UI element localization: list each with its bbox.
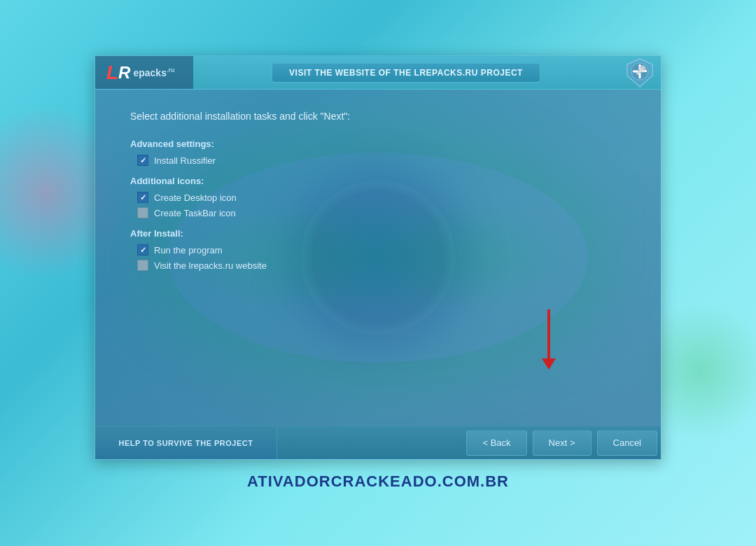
footer-text: ATIVADORCRACKEADO.COM.BR	[247, 472, 509, 491]
checkbox-taskbar-label: Create TaskBar icon	[154, 208, 236, 218]
checkbox-visit-label: Visit the lrepacks.ru website	[154, 260, 267, 271]
checkbox-desktop-label: Create Desktop icon	[154, 192, 237, 203]
checkbox-taskbar-icon[interactable]: Create TaskBar icon	[137, 207, 626, 218]
checkbox-taskbar-box[interactable]	[137, 207, 148, 218]
arrow-shaft	[547, 309, 550, 358]
arrow-head	[542, 358, 556, 370]
checkbox-run-program[interactable]: Run the program	[137, 244, 626, 255]
logo-letter-r: R	[118, 63, 130, 83]
checkbox-install-russifier[interactable]: Install Russifier	[137, 155, 626, 166]
checkbox-visit-website[interactable]: Visit the lrepacks.ru website	[137, 260, 626, 271]
checkbox-run-box[interactable]	[137, 244, 148, 255]
watermark-circle	[301, 181, 455, 335]
website-button[interactable]: VISIT THE WEBSITE OF THE LREPACKS.RU PRO…	[272, 63, 540, 83]
checkbox-desktop-box[interactable]	[137, 192, 148, 203]
arrow-indicator	[542, 309, 556, 370]
help-button[interactable]: HELP TO SURVIVE THE PROJECT	[95, 426, 277, 459]
header-title-area: VISIT THE WEBSITE OF THE LREPACKS.RU PRO…	[193, 63, 619, 83]
instruction-text: Select additional installation tasks and…	[130, 111, 626, 122]
nav-buttons: < Back Next > Cancel	[277, 430, 661, 456]
cancel-button[interactable]: Cancel	[597, 430, 657, 456]
bottom-bar: HELP TO SURVIVE THE PROJECT < Back Next …	[95, 426, 661, 459]
logo-word: epacks.ru	[133, 66, 174, 78]
next-button[interactable]: Next >	[533, 430, 592, 456]
checkbox-russifier-box[interactable]	[137, 155, 148, 166]
header-icon-area	[619, 56, 661, 90]
wrench-shield-icon	[624, 57, 655, 88]
installer-window: L R epacks.ru VISIT THE WEBSITE OF THE L…	[94, 55, 662, 460]
header-bar: L R epacks.ru VISIT THE WEBSITE OF THE L…	[95, 56, 661, 90]
logo-letter-l: L	[106, 62, 118, 84]
checkbox-run-label: Run the program	[154, 245, 223, 255]
checkbox-visit-box[interactable]	[137, 260, 148, 271]
section-label-advanced: Advanced settings:	[130, 139, 626, 149]
section-label-icons: Additional icons:	[130, 176, 626, 186]
main-content: Select additional installation tasks and…	[95, 90, 661, 426]
checkbox-desktop-icon[interactable]: Create Desktop icon	[137, 192, 626, 203]
back-button[interactable]: < Back	[466, 430, 526, 456]
red-arrow	[542, 309, 556, 370]
checkbox-russifier-label: Install Russifier	[154, 155, 216, 166]
section-label-after-install: After Install:	[130, 228, 626, 239]
logo-area: L R epacks.ru	[95, 56, 193, 89]
